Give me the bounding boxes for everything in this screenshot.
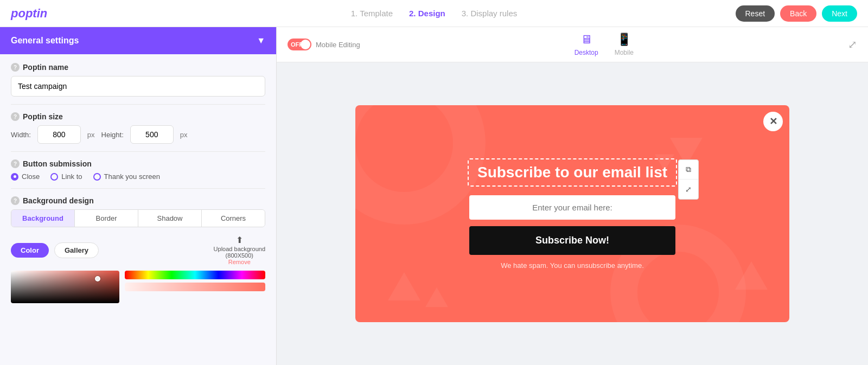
radio-row: Close Link to Thank you screen	[11, 172, 265, 181]
color-picker	[11, 271, 265, 303]
toggle-label: OFF	[291, 41, 303, 48]
color-pill[interactable]: Color	[11, 243, 49, 258]
back-button[interactable]: Back	[780, 5, 816, 22]
deco-circle-large	[355, 105, 486, 225]
rainbow-col	[125, 271, 265, 303]
upload-size: (800X500)	[226, 252, 253, 259]
right-area: OFF Mobile Editing 🖥 Desktop 📱 Mobile ⤢	[277, 27, 868, 365]
desktop-label: Desktop	[575, 49, 598, 56]
next-button[interactable]: Next	[822, 5, 857, 22]
radio-link-to-label: Link to	[61, 172, 82, 181]
upload-icon: ⬆	[236, 235, 243, 245]
radio-dot-link-to	[50, 173, 58, 181]
gallery-pill[interactable]: Gallery	[54, 242, 99, 258]
mobile-tab[interactable]: 📱 Mobile	[615, 33, 634, 56]
section-body: ? Poptin name ? Poptin size Width: px He…	[0, 54, 276, 312]
mobile-icon: 📱	[617, 33, 631, 47]
color-gradient-area[interactable]	[11, 271, 119, 303]
popup-title-wrapper: Subscribe to our email list ⧉ ⤢	[468, 158, 677, 187]
popup-title-selected[interactable]: Subscribe to our email list ⧉ ⤢	[468, 158, 677, 187]
desktop-tab[interactable]: 🖥 Desktop	[575, 33, 598, 56]
bg-tabs: Background Border Shadow Corners	[11, 209, 265, 227]
poptin-size-help-icon[interactable]: ?	[11, 112, 20, 121]
logo: poptin	[11, 7, 47, 21]
poptin-size-label: ? Poptin size	[11, 112, 265, 121]
popup-container: ✕ Subscribe to our email list ⧉ ⤢ Subs	[355, 105, 789, 322]
button-submission-help-icon[interactable]: ?	[11, 159, 20, 168]
deco-tri-2	[425, 287, 448, 307]
bg-tab-background[interactable]: Background	[11, 210, 75, 227]
reset-button[interactable]: Reset	[736, 5, 775, 22]
resize-tool[interactable]: ⤢	[679, 180, 698, 199]
size-row: Width: px Height: px	[11, 125, 265, 144]
right-toolbar: OFF Mobile Editing 🖥 Desktop 📱 Mobile ⤢	[277, 27, 868, 62]
popup-close-button[interactable]: ✕	[763, 112, 783, 131]
deco-tri-1	[388, 272, 420, 300]
divider-3	[11, 188, 265, 189]
poptin-name-input[interactable]	[11, 76, 265, 97]
button-submission-label: ? Button submission	[11, 159, 265, 168]
width-label: Width:	[11, 131, 31, 139]
opacity-slider[interactable]	[125, 283, 265, 291]
topbar: poptin 1. Template 2. Design 3. Display …	[0, 0, 868, 27]
remove-link[interactable]: Remove	[228, 259, 251, 265]
toggle-row: OFF Mobile Editing	[288, 39, 360, 50]
mobile-label: Mobile	[615, 49, 634, 56]
general-settings-title: General settings	[11, 36, 79, 46]
radio-close[interactable]: Close	[11, 172, 40, 181]
bg-design-help-icon[interactable]: ?	[11, 196, 20, 205]
preview-area: ✕ Subscribe to our email list ⧉ ⤢ Subs	[277, 62, 868, 365]
poptin-name-help-icon[interactable]: ?	[11, 63, 20, 72]
device-tabs: 🖥 Desktop 📱 Mobile	[575, 33, 634, 56]
width-input[interactable]	[37, 125, 81, 144]
copy-tool[interactable]: ⧉	[679, 160, 698, 180]
color-gallery-row: Color Gallery ⬆ Upload background (800X5…	[11, 235, 265, 265]
width-px: px	[87, 131, 95, 139]
mobile-edit-label: Mobile Editing	[316, 41, 360, 49]
collapse-icon: ▼	[257, 36, 265, 46]
height-px: px	[180, 131, 188, 139]
expand-button[interactable]: ⤢	[848, 38, 857, 51]
divider-1	[11, 104, 265, 105]
left-panel: General settings ▼ ? Poptin name ? Popti…	[0, 27, 277, 365]
general-settings-header[interactable]: General settings ▼	[0, 27, 276, 54]
close-icon: ✕	[769, 116, 777, 127]
deco-tri-3	[735, 261, 768, 290]
topbar-actions: Reset Back Next	[736, 5, 858, 22]
upload-label: Upload background	[214, 246, 265, 252]
selection-tools: ⧉ ⤢	[678, 159, 699, 200]
radio-thank-you-label: Thank you screen	[104, 172, 160, 181]
steps: 1. Template 2. Design 3. Display rules	[351, 9, 518, 18]
height-label: Height:	[101, 131, 124, 139]
step-template: 1. Template	[351, 9, 393, 18]
bg-tab-shadow[interactable]: Shadow	[138, 210, 202, 227]
popup-spam-text: We hate spam. You can unsubscribe anytim…	[501, 261, 644, 270]
bg-tab-corners[interactable]: Corners	[202, 210, 265, 227]
radio-dot-close	[11, 173, 18, 181]
step-design: 2. Design	[409, 9, 445, 18]
bg-tab-border[interactable]: Border	[75, 210, 138, 227]
radio-link-to[interactable]: Link to	[50, 172, 82, 181]
rainbow-slider[interactable]	[125, 271, 265, 279]
radio-close-label: Close	[22, 172, 40, 181]
radio-dot-thank-you	[93, 173, 101, 181]
background-design-label: ? Background design	[11, 196, 265, 205]
poptin-name-label: ? Poptin name	[11, 63, 265, 72]
main-layout: General settings ▼ ? Poptin name ? Popti…	[0, 27, 868, 365]
desktop-icon: 🖥	[580, 33, 592, 47]
step-display: 3. Display rules	[462, 9, 518, 18]
popup-submit-button[interactable]: Subscribe Now!	[469, 226, 675, 255]
popup-email-input[interactable]	[469, 195, 675, 220]
upload-background-button[interactable]: ⬆ Upload background (800X500) Remove	[214, 235, 265, 265]
mobile-edit-toggle[interactable]: OFF	[288, 39, 311, 50]
divider-2	[11, 151, 265, 152]
height-input[interactable]	[130, 125, 174, 144]
radio-thank-you[interactable]: Thank you screen	[93, 172, 160, 181]
popup-title: Subscribe to our email list	[477, 164, 667, 181]
